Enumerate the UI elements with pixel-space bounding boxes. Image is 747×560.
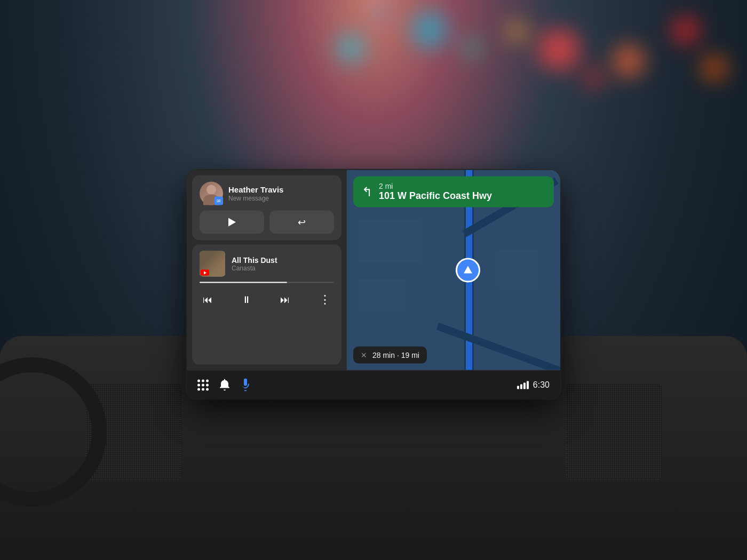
grid-dot-4: [197, 383, 200, 386]
grid-dot-6: [206, 383, 209, 386]
reply-message-button[interactable]: ↩: [269, 211, 334, 234]
bokeh-light-5: [411, 11, 448, 49]
music-info-row: All This Dust Canasta: [200, 251, 334, 277]
progress-fill: [200, 282, 287, 283]
more-icon: ⋮: [319, 293, 331, 307]
speaker-right: [566, 384, 662, 480]
grid-dot-1: [197, 379, 200, 382]
youtube-badge: [201, 270, 209, 276]
notifications-button[interactable]: [219, 379, 230, 391]
apps-button[interactable]: [197, 379, 209, 390]
grid-dot-8: [202, 388, 204, 390]
bokeh-light-10: [374, 6, 387, 19]
music-text: All This Dust Canasta: [232, 256, 334, 272]
eta-bar: ✕ 28 min · 19 mi: [353, 347, 427, 364]
grid-dot-2: [202, 379, 204, 382]
left-panel: ✉ Heather Travis New message: [187, 170, 347, 370]
map-block-1: [357, 220, 422, 262]
pause-icon: ⏸: [242, 294, 251, 305]
artist-name: Canasta: [232, 265, 334, 272]
map-block-3: [496, 250, 539, 287]
grid-dot-9: [206, 388, 209, 390]
turn-icon: ↰: [362, 184, 372, 199]
nav-info: 2 mi 101 W Pacific Coast Hwy: [379, 182, 492, 202]
reply-icon: ↩: [298, 217, 306, 228]
voice-button[interactable]: [241, 379, 250, 391]
eta-text: 28 min · 19 mi: [372, 351, 419, 359]
main-content-area: ✉ Heather Travis New message: [187, 170, 560, 370]
message-subtitle: New message: [228, 195, 283, 202]
music-card: All This Dust Canasta ⏮ ⏸: [192, 245, 341, 365]
signal-bar-2: [520, 385, 522, 389]
bokeh-light-2: [613, 45, 645, 77]
signal-bar-1: [517, 386, 519, 389]
skip-prev-icon: ⏮: [203, 294, 212, 305]
skip-next-button[interactable]: ⏭: [277, 291, 293, 308]
grid-dot-5: [202, 383, 204, 386]
signal-icon: [517, 381, 529, 389]
signal-bar-3: [523, 383, 526, 389]
message-card: ✉ Heather Travis New message: [192, 175, 341, 241]
status-bar-left: [197, 379, 517, 391]
progress-bar[interactable]: [200, 282, 334, 283]
svg-rect-0: [244, 379, 247, 386]
youtube-play-icon: [204, 271, 206, 274]
clock: 6:30: [533, 380, 550, 390]
avatar-wrap: ✉: [200, 182, 223, 205]
grid-icon: [197, 379, 209, 390]
status-bar-right: 6:30: [517, 380, 550, 390]
skip-prev-button[interactable]: ⏮: [200, 291, 216, 308]
nav-distance: 2 mi: [379, 182, 492, 190]
message-badge: ✉: [214, 197, 223, 205]
signal-bar-4: [527, 381, 529, 389]
message-actions: ↩: [200, 211, 334, 234]
play-message-button[interactable]: [200, 211, 264, 234]
more-button[interactable]: ⋮: [316, 290, 334, 310]
microphone-icon: [241, 379, 250, 391]
bell-icon: [219, 379, 230, 391]
bokeh-light-8: [702, 56, 726, 80]
screen-content: ✉ Heather Travis New message: [187, 170, 560, 399]
location-marker: [456, 258, 480, 282]
album-art: [200, 251, 225, 277]
pause-button[interactable]: ⏸: [239, 291, 255, 308]
music-controls: ⏮ ⏸ ⏭ ⋮: [200, 290, 334, 310]
bokeh-light-9: [463, 39, 479, 55]
message-text: Heather Travis New message: [228, 185, 283, 202]
bokeh-light-1: [538, 28, 581, 71]
eta-close-button[interactable]: ✕: [361, 351, 367, 359]
play-icon: [228, 218, 236, 227]
status-bar: 6:30: [187, 370, 560, 399]
navigation-banner: ↰ 2 mi 101 W Pacific Coast Hwy: [353, 177, 554, 207]
skip-next-icon: ⏭: [280, 294, 290, 305]
bokeh-light-4: [583, 67, 604, 89]
bokeh-light-3: [672, 17, 699, 44]
map-block-2: [357, 280, 406, 312]
location-arrow: [464, 266, 472, 273]
grid-dot-7: [197, 388, 200, 390]
bokeh-light-7: [508, 22, 527, 41]
sender-name: Heather Travis: [228, 185, 283, 195]
bokeh-light-6: [336, 34, 365, 63]
nav-street: 101 W Pacific Coast Hwy: [379, 190, 492, 202]
song-title: All This Dust: [232, 256, 334, 265]
message-badge-icon: ✉: [217, 198, 221, 204]
android-auto-screen: ✉ Heather Travis New message: [187, 170, 560, 399]
map-panel[interactable]: ↰ 2 mi 101 W Pacific Coast Hwy ✕ 28 min …: [347, 170, 560, 370]
grid-dot-3: [206, 379, 209, 382]
sender-row: ✉ Heather Travis New message: [200, 182, 334, 205]
